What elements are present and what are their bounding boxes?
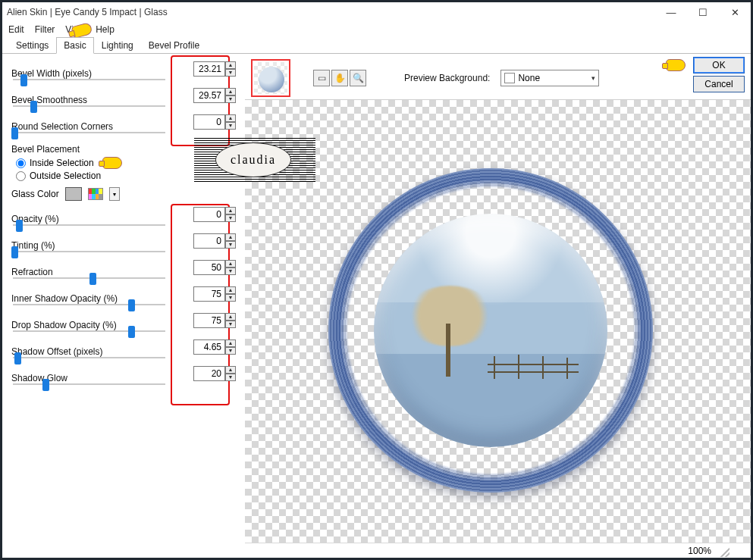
window-title: Alien Skin | Eye Candy 5 Impact | Glass xyxy=(7,7,655,17)
close-button[interactable]: ✕ xyxy=(719,2,751,22)
slider-round-corners[interactable] xyxy=(11,127,167,139)
row-opacity: Opacity (%) ▲▼ xyxy=(11,205,236,232)
palette-dropdown[interactable]: ▾ xyxy=(109,187,120,201)
watermark: claudia xyxy=(194,138,315,183)
input-inner-shadow[interactable] xyxy=(193,286,225,302)
slider-tinting[interactable] xyxy=(11,246,167,258)
label-preview-background: Preview Background: xyxy=(404,73,490,83)
row-shadow-offset: Shadow Offset (pixels) ▲▼ xyxy=(11,338,236,364)
hand-tool-icon[interactable]: ✋ xyxy=(331,70,348,86)
preview-pane: ▭ ✋ 🔍 Preview Background: None ▾ OK Canc… xyxy=(245,54,751,558)
pointer-tool-icon[interactable]: ▭ xyxy=(313,70,330,86)
input-bevel-width[interactable] xyxy=(193,61,225,77)
cancel-button[interactable]: Cancel xyxy=(693,76,745,92)
plugin-window: Alien Skin | Eye Candy 5 Impact | Glass … xyxy=(0,0,753,560)
slider-shadow-offset[interactable] xyxy=(11,352,167,364)
menu-filter[interactable]: Filter xyxy=(35,24,55,35)
row-inner-shadow: Inner Shadow Opacity (%) ▲▼ xyxy=(11,285,236,311)
input-drop-shadow[interactable] xyxy=(193,313,225,328)
row-drop-shadow: Drop Shadow Opacity (%) ▲▼ xyxy=(11,311,236,338)
spinner-bevel-width[interactable]: ▲▼ xyxy=(225,61,236,77)
preview-bg-value: None xyxy=(518,73,540,83)
slider-shadow-glow[interactable] xyxy=(11,378,167,390)
status-bar: 100% xyxy=(245,543,751,558)
menu-bar: Edit Filter View Help xyxy=(2,22,751,37)
preview-thumbnail[interactable] xyxy=(251,59,290,97)
zoom-level: 100% xyxy=(688,546,711,556)
palette-icon[interactable] xyxy=(88,188,103,200)
watermark-text: claudia xyxy=(215,142,291,177)
tab-bevel-profile[interactable]: Bevel Profile xyxy=(141,37,207,54)
spinner-shadow-glow[interactable]: ▲▼ xyxy=(225,366,236,381)
radio-inside-selection[interactable] xyxy=(16,158,26,168)
glass-color-swatch[interactable] xyxy=(65,187,82,201)
row-shadow-glow: Shadow Glow ▲▼ xyxy=(11,364,236,391)
spinner-drop-shadow[interactable]: ▲▼ xyxy=(225,313,236,328)
input-round-corners[interactable] xyxy=(193,114,225,130)
tabs: Settings Basic Lighting Bevel Profile xyxy=(2,37,751,54)
input-refraction[interactable] xyxy=(193,260,225,275)
row-bevel-smoothness: Bevel Smoothness ▲▼ xyxy=(11,86,236,113)
slider-refraction[interactable] xyxy=(11,272,167,284)
slider-bevel-width[interactable] xyxy=(11,74,167,86)
preview-image xyxy=(328,168,653,493)
row-glass-color: Glass Color ▾ xyxy=(11,187,236,201)
radio-outside-label: Outside Selection xyxy=(30,171,101,181)
row-round-corners: Round Selection Corners ▲▼ xyxy=(11,113,236,139)
ok-button[interactable]: OK xyxy=(693,57,745,74)
resize-grip-icon[interactable] xyxy=(717,545,729,557)
preview-canvas[interactable] xyxy=(245,99,751,543)
minimize-button[interactable]: — xyxy=(655,2,687,22)
slider-opacity[interactable] xyxy=(11,219,167,231)
chevron-down-icon: ▾ xyxy=(591,74,595,82)
spinner-round-corners[interactable]: ▲▼ xyxy=(225,114,236,130)
spinner-inner-shadow[interactable]: ▲▼ xyxy=(225,286,236,302)
slider-bevel-smoothness[interactable] xyxy=(11,100,167,112)
preview-bg-swatch xyxy=(504,73,515,83)
row-bevel-width: Bevel Width (pixels) ▲▼ xyxy=(11,60,236,86)
tab-basic[interactable]: Basic xyxy=(56,37,93,54)
pointer-hand-icon xyxy=(666,59,686,71)
spinner-tinting[interactable]: ▲▼ xyxy=(225,233,236,249)
input-tinting[interactable] xyxy=(193,233,225,249)
spinner-shadow-offset[interactable]: ▲▼ xyxy=(225,339,236,355)
slider-drop-shadow[interactable] xyxy=(11,325,167,337)
zoom-tool-icon[interactable]: 🔍 xyxy=(350,70,366,86)
menu-edit[interactable]: Edit xyxy=(8,24,24,35)
preview-toolbar: ▭ ✋ 🔍 Preview Background: None ▾ OK Canc… xyxy=(245,54,751,98)
spinner-refraction[interactable]: ▲▼ xyxy=(225,260,236,275)
input-opacity[interactable] xyxy=(193,207,225,222)
row-refraction: Refraction ▲▼ xyxy=(11,258,236,285)
input-shadow-glow[interactable] xyxy=(193,366,225,381)
label-glass-color: Glass Color xyxy=(11,189,59,199)
input-bevel-smoothness[interactable] xyxy=(193,88,225,103)
settings-panel: Bevel Width (pixels) ▲▼ Bevel Smoothness… xyxy=(2,54,245,558)
preview-background-select[interactable]: None ▾ xyxy=(500,70,599,86)
input-shadow-offset[interactable] xyxy=(193,339,225,355)
spinner-bevel-smoothness[interactable]: ▲▼ xyxy=(225,88,236,103)
title-bar: Alien Skin | Eye Candy 5 Impact | Glass … xyxy=(2,2,751,22)
radio-inside-label: Inside Selection xyxy=(30,158,94,168)
tab-lighting[interactable]: Lighting xyxy=(94,37,141,54)
menu-help[interactable]: Help xyxy=(96,24,115,35)
slider-inner-shadow[interactable] xyxy=(11,299,167,311)
radio-outside-selection[interactable] xyxy=(16,171,26,181)
pointer-hand-icon xyxy=(102,157,122,169)
tab-settings[interactable]: Settings xyxy=(8,37,56,54)
spinner-opacity[interactable]: ▲▼ xyxy=(225,207,236,222)
maximize-button[interactable]: ☐ xyxy=(687,2,719,22)
row-tinting: Tinting (%) ▲▼ xyxy=(11,232,236,258)
